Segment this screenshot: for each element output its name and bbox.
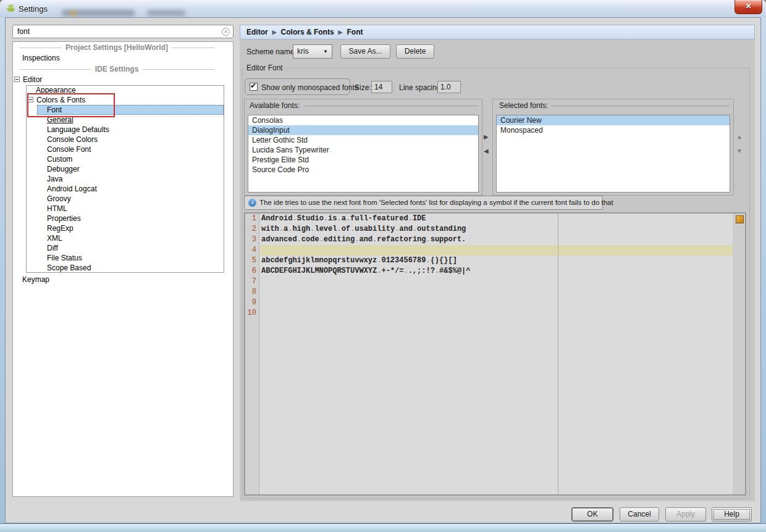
cancel-button[interactable]: Cancel — [620, 507, 659, 522]
save-as-button[interactable]: Save As... — [340, 44, 390, 59]
tree-item-debugger[interactable]: Debugger — [47, 164, 80, 174]
preview-line — [260, 287, 733, 297]
list-item[interactable]: Letter Gothic Std — [248, 135, 478, 145]
ok-button[interactable]: OK — [571, 507, 613, 522]
line-number: 1 — [245, 214, 259, 224]
window-border-left — [0, 17, 5, 523]
list-item[interactable]: Prestige Elite Std — [248, 155, 478, 165]
annotation-red-rectangle — [27, 93, 115, 117]
line-number: 10 — [245, 308, 259, 318]
chevron-down-icon: ▼ — [323, 49, 328, 54]
list-item[interactable]: Lucida Sans Typewriter — [248, 145, 478, 155]
move-left-icon[interactable]: ◀ — [484, 148, 489, 154]
tree-item-console-font[interactable]: Console Font — [47, 144, 91, 154]
chevron-right-icon: ▶ — [272, 29, 277, 35]
breadcrumb-colors-fonts[interactable]: Colors & Fonts — [281, 28, 334, 36]
preview-line: Android.Studio.is.a.full-featured.IDE — [260, 214, 733, 224]
tree-item-xml[interactable]: XML — [47, 233, 62, 243]
tree-item-editor[interactable]: Editor — [14, 75, 42, 85]
info-icon: i — [248, 199, 256, 207]
tree-item-scope-based[interactable]: Scope Based — [47, 263, 91, 273]
font-fallback-info: i The ide tries to use the next font fro… — [244, 196, 603, 210]
preview-line — [260, 245, 733, 256]
settings-window: Settings ✕ font ✕ Project Settings [Hell… — [0, 0, 766, 532]
move-down-icon[interactable]: ▼ — [736, 148, 743, 154]
window-border-right — [761, 17, 766, 523]
settings-search-input[interactable]: font ✕ — [12, 25, 234, 38]
size-field[interactable]: 14 — [371, 81, 392, 93]
tree-item-android-logcat[interactable]: Android Logcat — [47, 184, 97, 194]
window-titlebar[interactable]: Settings ✕ — [0, 0, 766, 18]
section-header-ide-settings: IDE Settings — [15, 65, 219, 73]
glass-reflection — [69, 10, 77, 17]
tree-item-language-defaults[interactable]: Language Defaults — [47, 125, 109, 135]
line-number: 6 — [245, 266, 259, 276]
available-fonts-title: Available fonts: — [247, 101, 302, 110]
apply-button: Apply — [665, 507, 706, 522]
size-label: Size: — [355, 83, 371, 92]
tree-item-diff[interactable]: Diff — [47, 243, 58, 253]
breadcrumb: Editor▶Colors & Fonts▶Font — [240, 25, 755, 39]
scheme-name-value: kris — [297, 47, 309, 56]
tree-item-console-colors[interactable]: Console Colors — [47, 135, 98, 144]
line-number: 9 — [245, 297, 259, 308]
tree-item-custom[interactable]: Custom — [47, 154, 72, 164]
scheme-name-label: Scheme name: — [246, 48, 297, 56]
show-monospaced-label: Show only monospaced fonts — [261, 83, 358, 92]
list-item-selected[interactable]: Courier New — [497, 115, 730, 125]
preview-line — [260, 308, 733, 318]
list-item-selected[interactable]: DialogInput — [248, 125, 478, 135]
selected-fonts-title: Selected fonts: — [497, 101, 550, 110]
info-text: The ide tries to use the next font from … — [259, 199, 613, 206]
window-border-bottom — [0, 523, 766, 532]
tree-item-keymap[interactable]: Keymap — [22, 275, 49, 285]
editor-font-group-title: Editor Font — [244, 64, 285, 72]
android-app-icon — [6, 3, 16, 14]
line-number: 3 — [245, 235, 259, 245]
preview-line — [260, 276, 733, 287]
chevron-right-icon: ▶ — [339, 29, 343, 35]
line-number: 4 — [245, 245, 259, 256]
breadcrumb-editor[interactable]: Editor — [246, 28, 268, 36]
error-stripe — [733, 214, 745, 494]
tree-item-inspections[interactable]: Inspections — [22, 53, 60, 63]
clear-search-icon[interactable]: ✕ — [222, 28, 230, 36]
preview-line: abcdefghijklmnopqrstuvwxyz.0123456789.()… — [260, 256, 733, 266]
list-item[interactable]: Monospaced — [497, 125, 730, 135]
stripe-warning-mark[interactable] — [736, 215, 744, 223]
tree-item-file-status[interactable]: File Status — [47, 253, 82, 263]
preview-line: ABCDEFGHIJKLMNOPQRSTUVWXYZ.+-*/=..,;:!?.… — [260, 266, 733, 276]
window-title: Settings — [19, 4, 48, 14]
search-value: font — [17, 27, 30, 36]
line-spacing-field[interactable]: 1.0 — [437, 81, 461, 93]
show-monospaced-checkbox[interactable] — [250, 83, 258, 91]
tree-item-html[interactable]: HTML — [47, 204, 67, 214]
scheme-name-select[interactable]: kris ▼ — [293, 44, 332, 59]
available-fonts-list[interactable]: Consolas DialogInput Letter Gothic Std L… — [248, 115, 479, 193]
line-number: 8 — [245, 287, 259, 297]
selected-fonts-list[interactable]: Courier New Monospaced — [496, 115, 730, 193]
tree-item-properties[interactable]: Properties — [47, 214, 81, 223]
close-icon: ✕ — [745, 2, 751, 10]
close-button[interactable]: ✕ — [734, 0, 762, 14]
move-up-icon[interactable]: ▲ — [736, 134, 743, 140]
list-item[interactable]: Source Code Pro — [248, 165, 478, 175]
delete-button[interactable]: Delete — [396, 44, 434, 59]
preview-text: Android.Studio.is.a.full-featured.IDE wi… — [260, 214, 733, 494]
tree-item-regexp[interactable]: RegExp — [47, 223, 74, 233]
preview-gutter: 1 2 3 4 5 6 7 8 9 10 — [245, 214, 259, 494]
breadcrumb-font: Font — [347, 28, 363, 36]
help-button[interactable]: Help — [712, 507, 752, 522]
preview-line — [260, 297, 733, 308]
group-title-rule — [551, 106, 730, 106]
collapse-icon[interactable] — [14, 77, 20, 82]
section-header-project-settings: Project Settings [HelloWorld] — [15, 43, 219, 52]
move-right-icon[interactable]: ▶ — [484, 134, 489, 140]
tree-item-java[interactable]: Java — [47, 174, 62, 184]
tree-item-groovy[interactable]: Groovy — [47, 194, 71, 204]
right-margin-guide — [558, 214, 558, 494]
line-number: 2 — [245, 224, 259, 235]
list-item[interactable]: Consolas — [248, 115, 478, 125]
line-number: 5 — [245, 256, 259, 266]
line-spacing-label: Line spacing: — [399, 83, 443, 92]
